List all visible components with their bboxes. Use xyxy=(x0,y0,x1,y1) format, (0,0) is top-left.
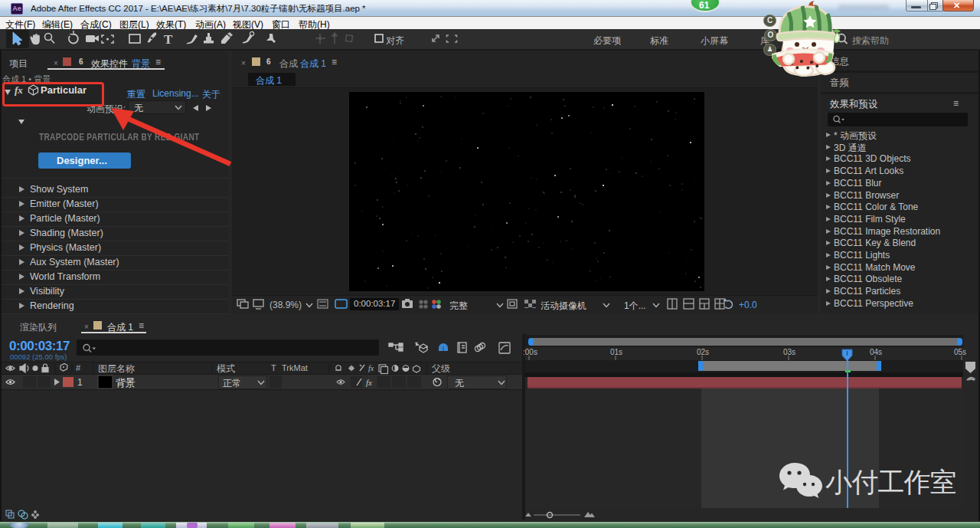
svg-text:TrkMat: TrkMat xyxy=(282,363,308,372)
svg-text:1: 1 xyxy=(77,377,83,388)
svg-text:fx: fx xyxy=(368,364,374,372)
svg-text:模式: 模式 xyxy=(217,363,235,374)
svg-text:T: T xyxy=(164,32,173,47)
svg-text:T: T xyxy=(271,363,276,372)
svg-text:父级: 父级 xyxy=(432,363,450,374)
svg-text:图层名称: 图层名称 xyxy=(98,363,135,374)
svg-text:#: # xyxy=(76,363,81,372)
svg-text:fx: fx xyxy=(366,378,372,387)
